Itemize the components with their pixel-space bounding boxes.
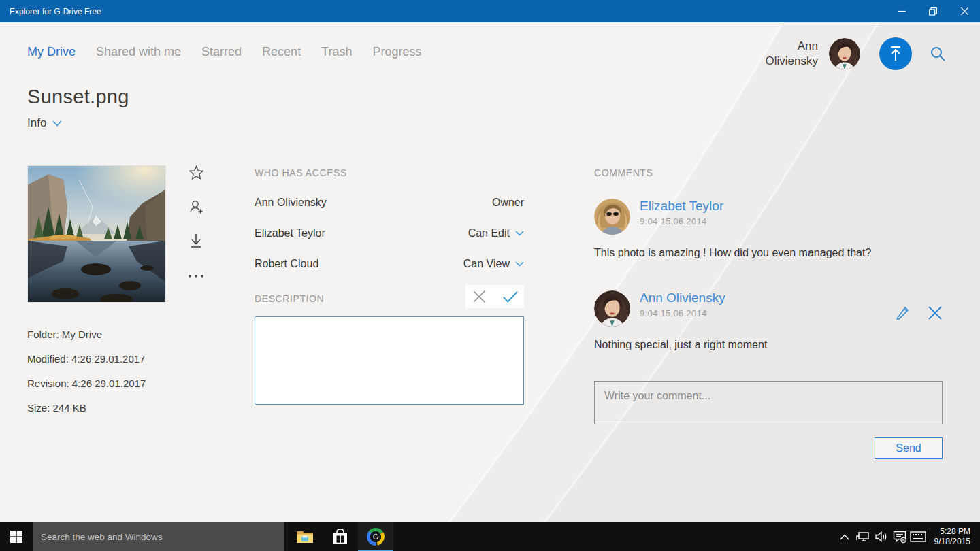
person-add-icon	[188, 199, 204, 215]
search-icon	[930, 46, 946, 62]
comment-item: Ann Oliviensky 9:04 15.06.2014 Nothing s…	[594, 290, 943, 351]
volume-button[interactable]	[872, 522, 891, 551]
speaker-icon	[875, 531, 888, 543]
comment-tools	[895, 305, 943, 320]
meta-modified: Modified: 4:26 29.01.2017	[27, 353, 146, 365]
elizabet-avatar-image	[594, 199, 630, 235]
access-role: Owner	[492, 197, 524, 209]
star-icon	[189, 165, 204, 180]
store-icon	[333, 529, 348, 545]
comments-section: COMMENTS El	[594, 167, 943, 351]
access-role-dropdown[interactable]: Can Edit	[468, 227, 524, 239]
ellipsis-icon	[188, 273, 204, 279]
access-row: Ann Oliviensky Owner	[255, 197, 524, 209]
access-section: WHO HAS ACCESS Ann Oliviensky Owner Eliz…	[255, 167, 524, 270]
share-button[interactable]	[188, 199, 204, 215]
window-titlebar: Explorer for G-Drive Free	[0, 0, 980, 22]
nav-tab-shared-with-me[interactable]: Shared with me	[96, 45, 181, 59]
nav-tab-trash[interactable]: Trash	[321, 45, 352, 59]
download-button[interactable]	[188, 233, 204, 250]
download-icon	[189, 233, 203, 250]
store-button[interactable]	[323, 522, 358, 551]
file-actions	[188, 164, 204, 284]
close-button[interactable]	[949, 0, 980, 22]
touch-keyboard-button[interactable]	[909, 522, 928, 551]
chevron-down-icon	[515, 231, 524, 236]
clock-time: 5:28 PM	[934, 527, 970, 537]
info-label: Info	[27, 116, 46, 130]
gdrive-app-icon: G	[367, 528, 385, 546]
comment-text: This photo is amazing ! How did you even…	[594, 247, 943, 259]
description-actions	[466, 285, 524, 308]
file-explorer-button[interactable]	[287, 522, 323, 551]
nav-tab-starred[interactable]: Starred	[201, 45, 242, 59]
taskbar: Search the web and Windows	[0, 522, 980, 551]
commenter-avatar[interactable]	[594, 199, 630, 235]
user-area: Ann Oliviensky	[766, 37, 946, 70]
comment-text: Nothing special, just a right moment	[594, 339, 943, 351]
upload-button[interactable]	[879, 37, 912, 70]
app-content: My Drive Shared with me Starred Recent T…	[0, 22, 980, 522]
info-toggle[interactable]: Info	[27, 116, 62, 130]
minimize-button[interactable]	[886, 0, 917, 22]
delete-icon	[928, 305, 943, 320]
nav-tab-progress[interactable]: Progress	[372, 45, 421, 59]
star-button[interactable]	[188, 164, 204, 180]
meta-size: Size: 244 KB	[27, 402, 146, 414]
user-name: Ann Oliviensky	[766, 39, 818, 69]
restore-button[interactable]	[917, 0, 949, 22]
commenter-avatar[interactable]	[594, 290, 630, 327]
chevron-down-icon	[515, 261, 524, 267]
svg-text:G: G	[373, 533, 378, 541]
upload-icon	[888, 46, 903, 62]
clock-date: 9/18/2015	[934, 537, 970, 547]
taskbar-apps: G	[287, 522, 393, 551]
tray-expand-button[interactable]	[836, 522, 854, 551]
access-role-dropdown[interactable]: Can View	[463, 258, 524, 270]
sunset-photo	[28, 166, 165, 302]
description-input[interactable]	[255, 316, 524, 405]
comment-author[interactable]: Ann Oliviensky	[640, 290, 725, 305]
description-confirm-button[interactable]	[502, 288, 519, 305]
search-button[interactable]	[930, 46, 946, 62]
start-button[interactable]	[0, 522, 33, 551]
comment-author[interactable]: Elizabet Teylor	[640, 199, 723, 214]
chevron-down-icon	[52, 120, 62, 127]
edit-comment-button[interactable]	[895, 305, 910, 320]
nav-tab-recent[interactable]: Recent	[262, 45, 301, 59]
comment-timestamp: 9:04 15.06.2014	[640, 216, 723, 227]
gdrive-app-button[interactable]: G	[358, 522, 393, 551]
comment-input[interactable]	[594, 381, 943, 424]
description-cancel-button[interactable]	[471, 288, 487, 305]
taskbar-clock[interactable]: 5:28 PM 9/18/2015	[928, 527, 980, 547]
comments-heading: COMMENTS	[594, 167, 943, 178]
delete-comment-button[interactable]	[928, 305, 943, 320]
meta-folder: Folder: My Drive	[27, 329, 146, 340]
taskbar-search-placeholder: Search the web and Windows	[41, 532, 163, 542]
close-icon	[961, 7, 968, 15]
meta-revision: Revision: 4:26 29.01.2017	[27, 378, 146, 389]
cancel-icon	[472, 290, 486, 303]
description-header: DESCRIPTION	[255, 289, 524, 308]
network-button[interactable]	[854, 522, 872, 551]
ann-avatar-image	[829, 38, 860, 69]
file-meta: Folder: My Drive Modified: 4:26 29.01.20…	[27, 329, 146, 427]
access-user-name: Ann Oliviensky	[255, 197, 327, 209]
access-heading: WHO HAS ACCESS	[255, 167, 524, 178]
minimize-icon	[898, 7, 906, 15]
nav-tab-my-drive[interactable]: My Drive	[27, 45, 76, 59]
file-thumbnail[interactable]	[28, 166, 165, 302]
send-button[interactable]: Send	[875, 437, 943, 459]
comment-item: Elizabet Teylor 9:04 15.06.2014 This pho…	[594, 199, 943, 259]
page-title: Sunset.png	[27, 86, 129, 108]
main-nav: My Drive Shared with me Starred Recent T…	[27, 45, 422, 59]
more-button[interactable]	[188, 268, 204, 284]
taskbar-search[interactable]: Search the web and Windows	[33, 522, 284, 551]
action-center-button[interactable]	[891, 522, 909, 551]
file-explorer-icon	[296, 529, 314, 544]
action-center-icon	[893, 531, 906, 544]
description-heading: DESCRIPTION	[255, 293, 324, 304]
checkmark-icon	[502, 290, 519, 303]
user-avatar[interactable]	[829, 38, 860, 69]
window-title: Explorer for G-Drive Free	[0, 7, 886, 16]
